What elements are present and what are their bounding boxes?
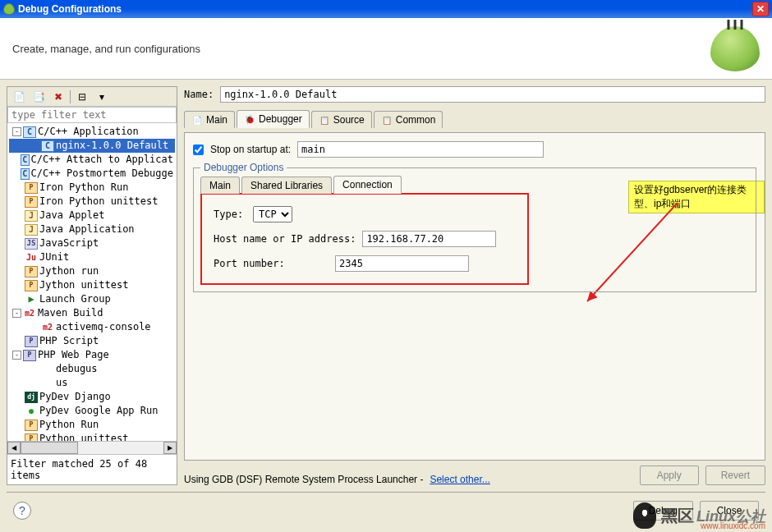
tree-item[interactable]: djPyDev Django <box>9 390 175 404</box>
tree-item[interactable]: ●PyDev Google App Run <box>9 404 175 418</box>
config-tree[interactable]: -CC/C++ ApplicationCnginx-1.0.0 DefaultC… <box>7 123 177 441</box>
tree-item[interactable]: ▶Launch Group <box>9 292 175 306</box>
tree-item[interactable]: -CC/C++ Application <box>9 125 175 139</box>
host-label: Host name or IP address: <box>214 233 356 245</box>
tree-item-label: Python unittest <box>39 433 128 441</box>
py-icon: P <box>25 433 38 442</box>
host-input[interactable] <box>362 231 496 247</box>
duplicate-config-button[interactable]: 📑 <box>30 89 47 104</box>
c-icon: C <box>23 126 36 138</box>
tree-item-label: C/C++ Application <box>38 126 139 138</box>
expander-icon[interactable]: - <box>12 351 21 360</box>
tree-item[interactable]: PPython unittest <box>9 432 175 441</box>
launcher-text: Using GDB (DSF) Remote System Process La… <box>184 474 423 485</box>
tree-item-label: C/C++ Postmortem Debugge <box>31 167 173 180</box>
php-icon: P <box>23 350 36 361</box>
delete-config-button[interactable]: ✖ <box>50 89 67 104</box>
tree-item[interactable]: JuJUnit <box>9 250 175 264</box>
tab-main[interactable]: 📄Main <box>184 111 235 128</box>
tree-item[interactable]: JSJavaScript <box>9 236 175 250</box>
tree-item-label: Launch Group <box>39 293 111 305</box>
scroll-right-button[interactable]: ▶ <box>163 442 177 454</box>
tree-item[interactable]: Cnginx-1.0.0 Default <box>9 139 175 153</box>
tree-item[interactable]: us <box>9 376 175 390</box>
apply-button[interactable]: Apply <box>640 466 699 485</box>
debug-button[interactable]: Debug <box>633 501 693 521</box>
tree-item-label: debugus <box>56 363 98 375</box>
tree-item-label: activemq-console <box>56 321 151 333</box>
filter-dropdown-button[interactable]: ▾ <box>94 89 110 104</box>
expander-icon[interactable]: - <box>12 127 21 136</box>
tree-item-label: Java Applet <box>39 209 104 222</box>
tree-item[interactable]: debugus <box>9 362 175 376</box>
collapse-button[interactable]: ⊟ <box>74 89 90 104</box>
c-icon: C <box>21 154 30 166</box>
debugger-options-legend: Debugger Options <box>200 162 287 173</box>
py-icon: P <box>25 266 38 277</box>
tree-item-label: Maven Build <box>38 307 103 319</box>
tree-item-label: C/C++ Attach to Applicat <box>31 154 173 166</box>
stop-on-startup-input[interactable] <box>297 141 544 158</box>
m2-icon: m2 <box>41 322 54 333</box>
php-icon: P <box>25 336 38 347</box>
tree-scrollbar[interactable]: ◀ ▶ <box>7 441 177 454</box>
gr-icon: ● <box>25 406 38 417</box>
tree-item[interactable]: PPHP Script <box>9 334 175 348</box>
type-select[interactable]: TCP <box>253 206 292 222</box>
tree-item[interactable]: m2activemq-console <box>9 320 175 334</box>
tree-item-label: PHP Web Page <box>38 349 109 361</box>
tab-source[interactable]: 📋Source <box>311 111 372 128</box>
tree-item[interactable]: -PPHP Web Page <box>9 348 175 362</box>
name-input[interactable] <box>220 86 765 103</box>
tree-item[interactable]: -m2Maven Build <box>9 306 175 320</box>
tab-debugger[interactable]: 🐞Debugger <box>237 110 310 128</box>
inner-tab-shared-libraries[interactable]: Shared Libraries <box>241 177 332 194</box>
tree-item[interactable]: JJava Application <box>9 222 175 236</box>
close-button[interactable]: Close <box>700 501 759 521</box>
py-icon: P <box>25 182 38 194</box>
help-button[interactable]: ? <box>13 502 31 520</box>
select-other-link[interactable]: Select other... <box>430 474 489 485</box>
tree-item-label: Jython run <box>39 265 99 277</box>
stop-on-startup-checkbox[interactable] <box>193 144 204 155</box>
py-icon: P <box>25 280 38 291</box>
expander-icon[interactable]: - <box>12 309 21 318</box>
py-icon: P <box>25 196 38 208</box>
tree-item-label: Iron Python Run <box>39 181 128 194</box>
tree-item[interactable]: PIron Python Run <box>9 181 175 195</box>
type-label: Type: <box>214 209 246 220</box>
tree-item[interactable]: PJython run <box>9 264 175 278</box>
close-window-button[interactable]: ✕ <box>752 2 769 16</box>
tree-item-label: nginx-1.0.0 Default <box>56 140 168 152</box>
filter-input[interactable] <box>7 107 177 123</box>
ju-icon: Ju <box>25 252 38 264</box>
tree-item-label: Jython unittest <box>39 279 128 291</box>
inner-tab-connection[interactable]: Connection <box>333 176 402 194</box>
tree-item[interactable]: CC/C++ Postmortem Debugge <box>9 167 175 181</box>
header-description: Create, manage, and run configurations <box>12 43 200 55</box>
tree-item-label: JUnit <box>39 251 69 264</box>
revert-button[interactable]: Revert <box>705 466 765 485</box>
dj-icon: dj <box>25 392 38 403</box>
run-icon: ▶ <box>25 294 38 305</box>
tree-item-label: us <box>56 377 67 389</box>
tree-item[interactable]: CC/C++ Attach to Applicat <box>9 153 175 167</box>
inner-tab-main[interactable]: Main <box>200 177 240 194</box>
tree-item[interactable]: JJava Applet <box>9 209 175 222</box>
js-icon: JS <box>25 238 38 250</box>
tree-item-label: Java Application <box>39 223 135 236</box>
m2-icon: m2 <box>23 308 36 319</box>
tab-common[interactable]: 📋Common <box>374 111 443 128</box>
tree-item[interactable]: PPython Run <box>9 418 175 432</box>
tree-item-label: Python Run <box>39 419 99 431</box>
scroll-thumb[interactable] <box>21 442 78 454</box>
port-input[interactable] <box>335 255 469 272</box>
tree-item[interactable]: PIron Python unittest <box>9 195 175 209</box>
tree-item[interactable]: PJython unittest <box>9 278 175 292</box>
java-icon: J <box>25 224 38 236</box>
py-icon: P <box>25 420 38 431</box>
new-config-button[interactable]: 📄 <box>11 89 27 104</box>
window-title: Debug Configurations <box>18 3 122 15</box>
java-icon: J <box>25 210 38 222</box>
scroll-left-button[interactable]: ◀ <box>7 442 21 454</box>
